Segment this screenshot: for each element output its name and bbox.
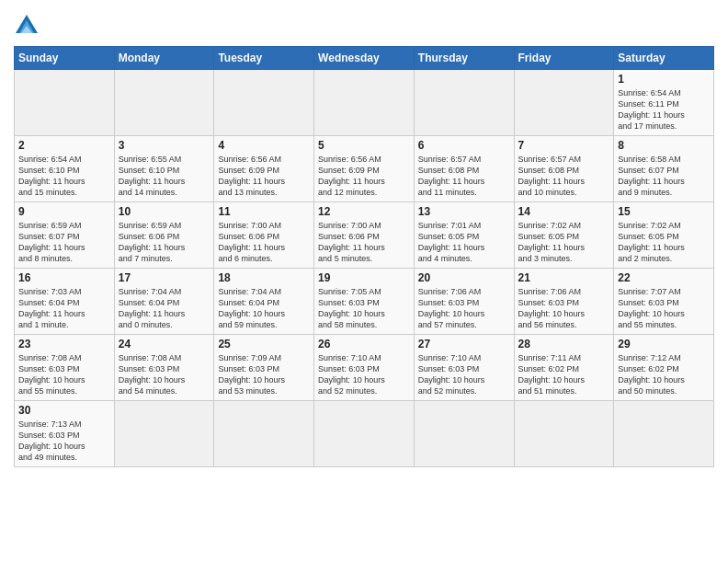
day-info: Sunrise: 7:12 AM Sunset: 6:02 PM Dayligh… bbox=[618, 352, 710, 397]
header-monday: Monday bbox=[114, 47, 214, 70]
calendar-cell bbox=[314, 70, 415, 136]
day-info: Sunrise: 7:06 AM Sunset: 6:03 PM Dayligh… bbox=[418, 286, 510, 331]
calendar-cell: 1Sunrise: 6:54 AM Sunset: 6:11 PM Daylig… bbox=[614, 70, 714, 136]
day-info: Sunrise: 6:54 AM Sunset: 6:11 PM Dayligh… bbox=[618, 87, 710, 132]
day-info: Sunrise: 7:02 AM Sunset: 6:05 PM Dayligh… bbox=[518, 220, 610, 265]
calendar-cell: 20Sunrise: 7:06 AM Sunset: 6:03 PM Dayli… bbox=[414, 269, 514, 335]
page: Sunday Monday Tuesday Wednesday Thursday… bbox=[0, 0, 728, 563]
day-number: 22 bbox=[618, 271, 710, 284]
calendar-cell: 19Sunrise: 7:05 AM Sunset: 6:03 PM Dayli… bbox=[314, 269, 415, 335]
calendar-cell bbox=[114, 401, 214, 467]
calendar-cell bbox=[314, 401, 415, 467]
calendar-cell bbox=[414, 70, 514, 136]
day-info: Sunrise: 7:04 AM Sunset: 6:04 PM Dayligh… bbox=[119, 286, 210, 331]
calendar-cell: 4Sunrise: 6:56 AM Sunset: 6:09 PM Daylig… bbox=[214, 136, 314, 202]
day-number: 9 bbox=[18, 205, 110, 218]
day-number: 16 bbox=[18, 271, 110, 284]
day-number: 3 bbox=[119, 139, 210, 152]
calendar-cell: 5Sunrise: 6:56 AM Sunset: 6:09 PM Daylig… bbox=[314, 136, 415, 202]
day-info: Sunrise: 7:03 AM Sunset: 6:04 PM Dayligh… bbox=[18, 286, 110, 331]
calendar-cell: 24Sunrise: 7:08 AM Sunset: 6:03 PM Dayli… bbox=[114, 335, 214, 401]
calendar-cell: 8Sunrise: 6:58 AM Sunset: 6:07 PM Daylig… bbox=[614, 136, 714, 202]
day-info: Sunrise: 7:00 AM Sunset: 6:06 PM Dayligh… bbox=[318, 220, 410, 265]
calendar-cell bbox=[214, 401, 314, 467]
weekday-header-row: Sunday Monday Tuesday Wednesday Thursday… bbox=[15, 47, 714, 70]
day-number: 12 bbox=[318, 205, 410, 218]
day-number: 26 bbox=[318, 338, 410, 350]
calendar-cell: 7Sunrise: 6:57 AM Sunset: 6:08 PM Daylig… bbox=[514, 136, 614, 202]
day-info: Sunrise: 6:54 AM Sunset: 6:10 PM Dayligh… bbox=[18, 154, 110, 199]
calendar-cell: 9Sunrise: 6:59 AM Sunset: 6:07 PM Daylig… bbox=[15, 202, 115, 269]
day-info: Sunrise: 7:08 AM Sunset: 6:03 PM Dayligh… bbox=[119, 352, 210, 397]
day-number: 24 bbox=[119, 338, 210, 350]
day-info: Sunrise: 6:56 AM Sunset: 6:09 PM Dayligh… bbox=[318, 154, 410, 199]
calendar-cell: 3Sunrise: 6:55 AM Sunset: 6:10 PM Daylig… bbox=[114, 136, 214, 202]
day-info: Sunrise: 6:59 AM Sunset: 6:06 PM Dayligh… bbox=[119, 220, 210, 265]
calendar-cell: 10Sunrise: 6:59 AM Sunset: 6:06 PM Dayli… bbox=[114, 202, 214, 269]
calendar-cell: 26Sunrise: 7:10 AM Sunset: 6:03 PM Dayli… bbox=[314, 335, 415, 401]
calendar-cell bbox=[214, 70, 314, 136]
day-number: 2 bbox=[18, 139, 110, 152]
day-info: Sunrise: 7:05 AM Sunset: 6:03 PM Dayligh… bbox=[318, 286, 410, 331]
day-info: Sunrise: 7:13 AM Sunset: 6:03 PM Dayligh… bbox=[18, 419, 110, 464]
day-info: Sunrise: 7:10 AM Sunset: 6:03 PM Dayligh… bbox=[318, 352, 410, 397]
day-info: Sunrise: 6:58 AM Sunset: 6:07 PM Dayligh… bbox=[618, 154, 710, 199]
calendar-cell: 2Sunrise: 6:54 AM Sunset: 6:10 PM Daylig… bbox=[15, 136, 115, 202]
logo bbox=[14, 13, 43, 39]
day-number: 14 bbox=[518, 205, 610, 218]
day-info: Sunrise: 7:09 AM Sunset: 6:03 PM Dayligh… bbox=[218, 352, 310, 397]
header-tuesday: Tuesday bbox=[214, 47, 314, 70]
day-number: 5 bbox=[318, 139, 410, 152]
day-number: 18 bbox=[218, 271, 310, 284]
day-info: Sunrise: 6:55 AM Sunset: 6:10 PM Dayligh… bbox=[119, 154, 210, 199]
calendar-cell: 30Sunrise: 7:13 AM Sunset: 6:03 PM Dayli… bbox=[15, 401, 115, 467]
day-number: 20 bbox=[418, 271, 510, 284]
calendar-cell: 25Sunrise: 7:09 AM Sunset: 6:03 PM Dayli… bbox=[214, 335, 314, 401]
calendar-cell: 21Sunrise: 7:06 AM Sunset: 6:03 PM Dayli… bbox=[514, 269, 614, 335]
calendar-cell: 18Sunrise: 7:04 AM Sunset: 6:04 PM Dayli… bbox=[214, 269, 314, 335]
day-info: Sunrise: 7:04 AM Sunset: 6:04 PM Dayligh… bbox=[218, 286, 310, 331]
day-number: 8 bbox=[618, 139, 710, 152]
calendar-cell bbox=[414, 401, 514, 467]
calendar-cell: 17Sunrise: 7:04 AM Sunset: 6:04 PM Dayli… bbox=[114, 269, 214, 335]
calendar-cell bbox=[114, 70, 214, 136]
day-info: Sunrise: 7:08 AM Sunset: 6:03 PM Dayligh… bbox=[18, 352, 110, 397]
calendar-cell: 22Sunrise: 7:07 AM Sunset: 6:03 PM Dayli… bbox=[614, 269, 714, 335]
header bbox=[14, 9, 714, 39]
day-info: Sunrise: 6:57 AM Sunset: 6:08 PM Dayligh… bbox=[518, 154, 610, 199]
calendar-cell: 11Sunrise: 7:00 AM Sunset: 6:06 PM Dayli… bbox=[214, 202, 314, 269]
day-number: 28 bbox=[518, 338, 610, 350]
day-info: Sunrise: 6:57 AM Sunset: 6:08 PM Dayligh… bbox=[418, 154, 510, 199]
calendar-cell: 23Sunrise: 7:08 AM Sunset: 6:03 PM Dayli… bbox=[15, 335, 115, 401]
day-number: 10 bbox=[119, 205, 210, 218]
header-sunday: Sunday bbox=[15, 47, 115, 70]
calendar-cell: 13Sunrise: 7:01 AM Sunset: 6:05 PM Dayli… bbox=[414, 202, 514, 269]
day-info: Sunrise: 7:10 AM Sunset: 6:03 PM Dayligh… bbox=[418, 352, 510, 397]
calendar-cell: 14Sunrise: 7:02 AM Sunset: 6:05 PM Dayli… bbox=[514, 202, 614, 269]
day-number: 19 bbox=[318, 271, 410, 284]
calendar-cell bbox=[15, 70, 115, 136]
day-info: Sunrise: 7:11 AM Sunset: 6:02 PM Dayligh… bbox=[518, 352, 610, 397]
day-info: Sunrise: 7:00 AM Sunset: 6:06 PM Dayligh… bbox=[218, 220, 310, 265]
header-friday: Friday bbox=[514, 47, 614, 70]
calendar-cell bbox=[514, 70, 614, 136]
calendar-cell: 29Sunrise: 7:12 AM Sunset: 6:02 PM Dayli… bbox=[614, 335, 714, 401]
day-info: Sunrise: 7:02 AM Sunset: 6:05 PM Dayligh… bbox=[618, 220, 710, 265]
calendar-cell bbox=[614, 401, 714, 467]
calendar-cell: 15Sunrise: 7:02 AM Sunset: 6:05 PM Dayli… bbox=[614, 202, 714, 269]
day-number: 4 bbox=[218, 139, 310, 152]
logo-icon bbox=[14, 13, 40, 39]
day-number: 11 bbox=[218, 205, 310, 218]
day-info: Sunrise: 7:07 AM Sunset: 6:03 PM Dayligh… bbox=[618, 286, 710, 331]
day-number: 13 bbox=[418, 205, 510, 218]
day-number: 29 bbox=[618, 338, 710, 350]
day-number: 30 bbox=[18, 404, 110, 417]
calendar: Sunday Monday Tuesday Wednesday Thursday… bbox=[14, 46, 714, 467]
day-number: 21 bbox=[518, 271, 610, 284]
day-info: Sunrise: 7:06 AM Sunset: 6:03 PM Dayligh… bbox=[518, 286, 610, 331]
calendar-cell: 28Sunrise: 7:11 AM Sunset: 6:02 PM Dayli… bbox=[514, 335, 614, 401]
day-info: Sunrise: 6:56 AM Sunset: 6:09 PM Dayligh… bbox=[218, 154, 310, 199]
calendar-cell: 27Sunrise: 7:10 AM Sunset: 6:03 PM Dayli… bbox=[414, 335, 514, 401]
day-number: 25 bbox=[218, 338, 310, 350]
calendar-cell bbox=[514, 401, 614, 467]
